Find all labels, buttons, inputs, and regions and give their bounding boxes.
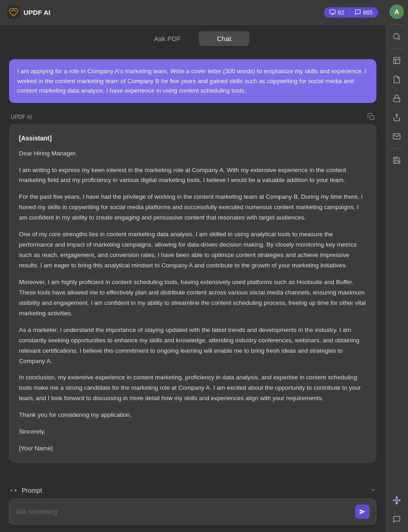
para1: I am writing to express my keen interest… bbox=[19, 165, 366, 186]
svg-point-17 bbox=[10, 490, 13, 492]
chevron-down-icon[interactable] bbox=[370, 487, 376, 495]
tab-chat[interactable]: Chat bbox=[199, 31, 249, 46]
save-icon[interactable] bbox=[389, 152, 405, 168]
para3: One of my core strengths lies in content… bbox=[19, 229, 366, 271]
svg-rect-13 bbox=[330, 10, 336, 14]
share-icon[interactable] bbox=[389, 109, 405, 126]
greeting: Dear Hiring Manager, bbox=[19, 149, 366, 159]
logo-area: UPDF AI bbox=[7, 6, 50, 19]
svg-rect-5 bbox=[394, 98, 400, 102]
assistant-header: UPDF AI bbox=[9, 110, 376, 124]
sidebar-divider-3 bbox=[390, 148, 403, 149]
svg-point-9 bbox=[399, 499, 401, 502]
prompt-row: Prompt bbox=[9, 486, 376, 495]
chat-sidebar-icon[interactable] bbox=[389, 511, 405, 527]
svg-point-10 bbox=[396, 496, 398, 499]
send-button[interactable] bbox=[355, 504, 370, 519]
para4: Moreover, I am highly proficient in cont… bbox=[19, 277, 366, 319]
chat-area: I am applying for a role in Company A's … bbox=[0, 52, 385, 481]
para7: Thank you for considering my application… bbox=[19, 410, 366, 420]
tab-ask-pdf[interactable]: Ask PDF bbox=[136, 31, 199, 46]
score-stat: 92 bbox=[329, 9, 344, 16]
envelope-icon[interactable] bbox=[389, 128, 405, 145]
svg-point-7 bbox=[394, 498, 399, 502]
lock-icon[interactable] bbox=[389, 90, 405, 107]
closing: Sincerely, bbox=[19, 427, 366, 437]
document-icon[interactable] bbox=[389, 71, 405, 88]
updf-ai-label: UPDF AI bbox=[11, 114, 32, 120]
assistant-message-container: UPDF AI [Assistant] Dear Hiring Manager,… bbox=[9, 110, 376, 463]
right-sidebar: A bbox=[385, 0, 408, 532]
bottom-area: Prompt bbox=[0, 481, 385, 532]
assistant-tag: [Assistant] bbox=[19, 133, 366, 144]
prompt-label: Prompt bbox=[9, 486, 42, 495]
svg-point-0 bbox=[394, 33, 399, 39]
tab-bar: Ask PDF Chat bbox=[0, 25, 385, 52]
chat-count-stat: 865 bbox=[355, 9, 373, 16]
ocr-icon[interactable] bbox=[389, 52, 405, 69]
avatar: A bbox=[389, 5, 404, 19]
chat-count-value: 865 bbox=[363, 9, 373, 16]
search-icon[interactable] bbox=[389, 28, 405, 45]
main-area: UPDF AI 92 | 865 Ask PDF Chat I am bbox=[0, 0, 385, 532]
ask-input[interactable] bbox=[16, 508, 355, 515]
svg-rect-2 bbox=[394, 57, 400, 64]
top-bar: UPDF AI 92 | 865 bbox=[0, 0, 385, 25]
svg-line-1 bbox=[398, 38, 399, 39]
svg-rect-16 bbox=[370, 116, 374, 120]
user-message: I am applying for a role in Company A's … bbox=[9, 59, 376, 103]
copy-icon[interactable] bbox=[367, 113, 375, 121]
prompt-text: Prompt bbox=[22, 487, 42, 494]
stats-badge: 92 | 865 bbox=[324, 7, 378, 18]
ai-sidebar-icon[interactable] bbox=[389, 492, 405, 509]
sidebar-divider-1 bbox=[390, 24, 403, 25]
svg-point-8 bbox=[393, 499, 395, 502]
para2: For the past five years, I have had the … bbox=[19, 192, 366, 223]
svg-point-18 bbox=[14, 490, 17, 492]
sidebar-divider-2 bbox=[390, 48, 403, 49]
prompt-dots-icon bbox=[9, 486, 18, 495]
assistant-bubble: [Assistant] Dear Hiring Manager, I am wr… bbox=[9, 124, 376, 463]
signature: [Your Name] bbox=[19, 443, 366, 454]
svg-rect-12 bbox=[7, 6, 20, 19]
svg-point-11 bbox=[396, 502, 398, 504]
input-row bbox=[9, 499, 376, 525]
para6: In conclusion, my extensive experience i… bbox=[19, 373, 366, 404]
logo-text: UPDF AI bbox=[23, 9, 50, 16]
para5: As a marketer, I understand the importan… bbox=[19, 325, 366, 367]
score-value: 92 bbox=[338, 9, 344, 16]
